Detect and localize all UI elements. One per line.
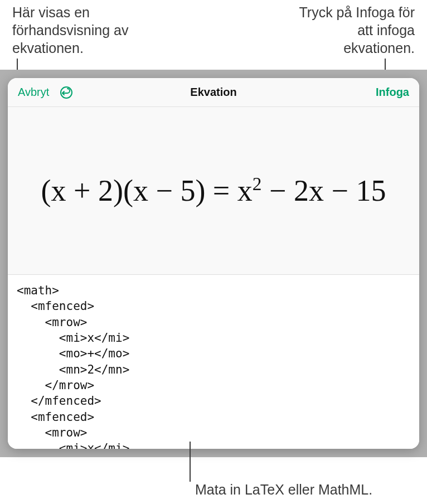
cancel-button[interactable]: Avbryt [18,86,49,99]
equation-dialog: Avbryt Ekvation Infoga (x + 2)(x − 5) = … [8,78,419,449]
dialog-toolbar: Avbryt Ekvation Infoga [8,78,419,107]
undo-icon[interactable] [59,85,74,100]
leader-line [190,442,191,482]
insert-button[interactable]: Infoga [376,86,409,99]
equation-rendered: (x + 2)(x − 5) = x2 − 2x − 15 [41,173,386,208]
toolbar-left-group: Avbryt [18,85,74,100]
callout-insert: Tryck på Infoga för att infoga ekvatione… [292,3,415,57]
equation-code-input[interactable]: <math> <mfenced> <mrow> <mi>x</mi> <mo>+… [8,274,419,449]
callout-input: Mata in LaTeX eller MathML. [195,481,372,498]
callout-preview: Här visas en förhandsvisning av ekvation… [12,3,135,57]
equation-preview: (x + 2)(x − 5) = x2 − 2x − 15 [8,107,419,274]
